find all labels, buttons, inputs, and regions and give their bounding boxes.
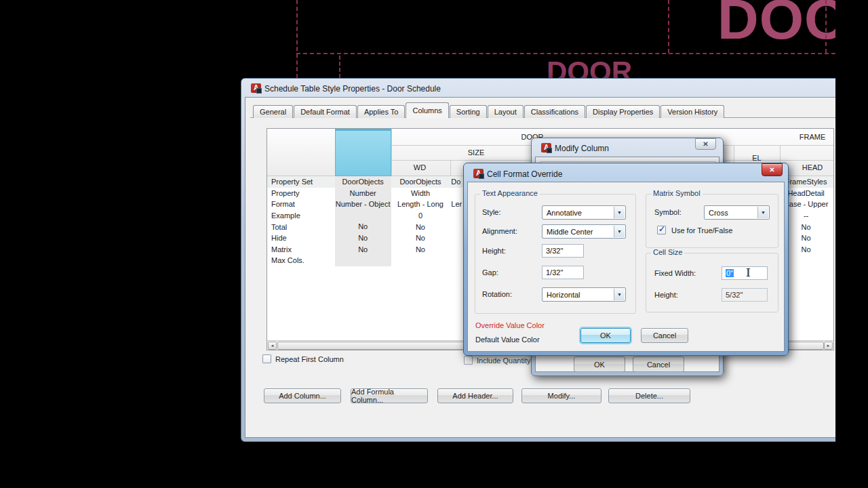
selected-column-header[interactable] [335, 129, 391, 176]
modify-button[interactable]: Modify... [521, 388, 601, 403]
cell-selected-column: Number - Object [335, 199, 391, 210]
height-input[interactable]: 3/32" [542, 244, 584, 258]
modify-ok-button[interactable]: OK [574, 357, 625, 372]
gap-label: Gap: [482, 268, 498, 277]
cell-wd-column: No [391, 234, 450, 242]
cell-wd-column: 0 [391, 211, 450, 220]
row-label: Hide [267, 234, 335, 242]
matrix-symbol-legend: Matrix Symbol [651, 189, 703, 197]
tab-version-history[interactable]: Version History [660, 105, 724, 118]
tab-general[interactable]: General [253, 105, 293, 118]
chevron-down-icon[interactable]: ▼ [614, 289, 625, 300]
row-label: Matrix [267, 245, 335, 253]
add-column-button[interactable]: Add Column... [264, 388, 341, 403]
header-size: SIZE [468, 148, 484, 157]
row-label: Property Set [267, 178, 335, 186]
close-icon[interactable]: ✕ [762, 163, 783, 176]
header-el: EL [752, 154, 761, 162]
fixed-width-value: 0" [726, 269, 734, 277]
header-divider [391, 129, 392, 176]
ibeam-cursor: I [746, 266, 751, 279]
repeat-first-column-checkbox[interactable] [262, 354, 271, 363]
symbol-label: Symbol: [654, 208, 682, 216]
drawing-dashed-line-horizontal [296, 53, 835, 54]
header-divider [450, 160, 451, 176]
tab-sorting[interactable]: Sorting [450, 105, 487, 118]
include-quantity-label: Include Quantity [477, 357, 531, 365]
row-label: Max Cols. [267, 256, 335, 264]
close-icon[interactable]: ✕ [695, 138, 716, 150]
cell-selected-column [335, 210, 391, 222]
cell-wd-column: No [391, 245, 450, 253]
scroll-right-icon[interactable]: ► [824, 342, 833, 350]
gap-input[interactable]: 1/32" [542, 266, 584, 279]
drawing-dashed-line-vertical-3 [668, 0, 669, 53]
cell-selected-column [335, 255, 391, 266]
rotation-label: Rotation: [482, 290, 512, 298]
use-for-truefalse-label: Use for True/False [671, 226, 732, 235]
alignment-dropdown[interactable]: Middle Center ▼ [542, 224, 626, 239]
letterbox-band [835, 0, 868, 488]
autocad-app-icon: A [251, 83, 261, 93]
override-ok-button[interactable]: OK [580, 328, 631, 343]
drawing-dashed-line-vertical-2 [339, 56, 340, 78]
cell-selected-column: Number [335, 188, 391, 199]
header-wd: WD [414, 163, 426, 171]
cell-wd-column: Length - Long [391, 200, 450, 208]
cell-selected-column: No [335, 232, 391, 244]
tab-columns[interactable]: Columns [406, 102, 448, 118]
style-label: Style: [482, 208, 501, 216]
cell-format-override-dialog: A Cell Format Override ✕ Text Appearance… [463, 163, 789, 356]
delete-button[interactable]: Delete... [608, 388, 690, 403]
use-for-truefalse-checkbox[interactable]: ✓ [657, 226, 666, 235]
scroll-left-icon[interactable]: ◄ [268, 342, 277, 350]
style-value: Annotative [547, 209, 582, 217]
tab-applies-to[interactable]: Applies To [357, 105, 406, 118]
modify-dialog-title: Modify Column [555, 144, 609, 153]
cell-size-legend: Cell Size [651, 248, 684, 256]
row-label: Example [267, 211, 335, 220]
repeat-first-column-label: Repeat First Column [275, 355, 344, 363]
style-dropdown[interactable]: Annotative ▼ [542, 205, 626, 220]
check-icon: ✓ [658, 224, 665, 234]
rotation-value: Horizontal [547, 291, 580, 299]
cell-selected-column: DoorObjects [335, 176, 391, 188]
row-label: Total [267, 223, 335, 231]
cell-size-group [646, 253, 778, 312]
tab-layout[interactable]: Layout [488, 105, 524, 118]
modify-cancel-button[interactable]: Cancel [633, 357, 684, 372]
main-dialog-title: Schedule Table Style Properties - Door S… [264, 84, 441, 94]
tab-default-format[interactable]: Default Format [294, 105, 357, 118]
cell-selected-column: No [335, 221, 391, 232]
autocad-app-icon: A [473, 169, 484, 178]
header-head: HEAD [802, 163, 823, 171]
symbol-dropdown[interactable]: Cross ▼ [704, 205, 770, 220]
cell-height-label: Height: [654, 291, 678, 299]
include-quantity-checkbox[interactable] [464, 356, 473, 365]
add-formula-column-button[interactable]: Add Formula Column... [351, 388, 428, 403]
symbol-value: Cross [709, 209, 728, 217]
cell-wd-column: DoorObjects [391, 178, 450, 186]
chevron-down-icon[interactable]: ▼ [614, 226, 625, 237]
row-label: Format [267, 200, 335, 208]
gap-value: 1/32" [546, 268, 563, 277]
height-value: 3/32" [546, 247, 563, 255]
tab-strip: GeneralDefault FormatApplies ToColumnsSo… [253, 104, 725, 118]
chevron-down-icon[interactable]: ▼ [757, 207, 768, 218]
drawing-dashed-line-vertical-4 [825, 0, 827, 53]
cell-wd-column: No [391, 223, 450, 231]
cell-height-input[interactable]: 5/32" [722, 288, 768, 302]
alignment-label: Alignment: [482, 227, 517, 235]
rotation-dropdown[interactable]: Horizontal ▼ [542, 287, 626, 302]
cell-height-value: 5/32" [726, 291, 743, 299]
add-header-button[interactable]: Add Header... [437, 388, 513, 403]
chevron-down-icon[interactable]: ▼ [614, 207, 625, 218]
screen: DOOR DOOR A Schedule Table Style Propert… [0, 0, 868, 488]
override-cancel-button[interactable]: Cancel [641, 328, 688, 343]
drawing-dashed-line-vertical-1 [296, 0, 298, 78]
default-value-color-label[interactable]: Default Value Color [475, 336, 540, 344]
tab-classifications[interactable]: Classifications [524, 105, 585, 118]
override-value-color-label[interactable]: Override Value Color [475, 321, 545, 329]
tab-display-properties[interactable]: Display Properties [586, 105, 660, 118]
fixed-width-input[interactable]: 0" [722, 266, 768, 280]
